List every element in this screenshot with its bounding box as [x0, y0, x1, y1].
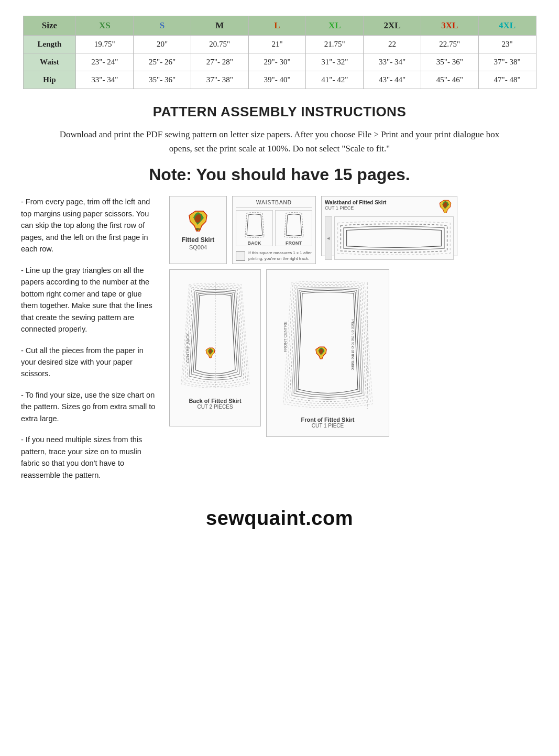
hip-4xl: 47"- 48"	[478, 71, 536, 89]
front-title: Front of Fitted Skirt	[301, 417, 354, 423]
row-label-length: Length	[23, 36, 76, 53]
pattern-cover-page: qu Fitted Skirt SQ004	[169, 196, 227, 264]
pattern-row-top: qu Fitted Skirt SQ004 WAISTBAND	[169, 196, 538, 264]
waistband-front-label: FRONT	[286, 240, 302, 246]
square-measure-text: If this square measures 1 x 1 after prin…	[248, 250, 312, 261]
row-label-hip: Hip	[23, 71, 76, 89]
wf-body: ◀	[325, 216, 454, 260]
wf-header: Waistband of Fitted Skirt CUT 1 PIECE	[325, 200, 454, 214]
waist-xs: 23"- 24"	[76, 53, 134, 71]
front-cut: CUT 1 PIECE	[312, 423, 344, 429]
main-content: - From every page, trim off the left and…	[21, 196, 538, 490]
size-2xl: 2XL	[364, 16, 421, 36]
hip-2xl: 43"- 44"	[364, 71, 421, 89]
back-pattern-shape	[244, 211, 265, 239]
front-pattern-shape	[283, 211, 304, 239]
back-cut: CUT 2 PIECES	[197, 404, 233, 410]
size-table: Size XS S M L XL 2XL 3XL 4XL Length 19.7…	[23, 16, 536, 89]
cover-code: SQ004	[189, 244, 207, 250]
size-4xl: 4XL	[478, 16, 536, 36]
waistband-back-label: BACK	[248, 240, 261, 246]
cover-title: Fitted Skirt	[182, 236, 215, 245]
length-l: 21"	[248, 36, 306, 53]
waistband-label: WAISTBAND	[236, 200, 312, 208]
pattern-images-column: qu Fitted Skirt SQ004 WAISTBAND	[169, 196, 538, 437]
footer-website: sewquaint.com	[21, 507, 538, 530]
wf-title: Waistband of Fitted Skirt	[325, 200, 386, 205]
waistband-cols: BACK FRONT	[236, 210, 312, 246]
centre-front-label: FRONT CENTRE	[283, 321, 288, 352]
instructions-column: - From every page, trim off the left and…	[21, 196, 160, 490]
table-row-waist: Waist 23"- 24" 25"- 26" 27"- 28" 29"- 30…	[23, 53, 536, 71]
pattern-row-bottom: CENTRE BACK	[169, 269, 538, 437]
size-table-section: Size XS S M L XL 2XL 3XL 4XL Length 19.7…	[23, 16, 536, 89]
length-s: 20"	[134, 36, 191, 53]
instruction-5: - If you need multiple sizes from this p…	[21, 434, 160, 481]
fold-label: Place on the fold of the fabric	[350, 311, 355, 379]
size-xl: XL	[306, 16, 364, 36]
table-row-hip: Hip 33"- 34" 35"- 36" 37"- 38" 39"- 40" …	[23, 71, 536, 89]
table-row-length: Length 19.75" 20" 20.75" 21" 21.75" 22 2…	[23, 36, 536, 53]
size-3xl: 3XL	[421, 16, 478, 36]
size-m: M	[191, 16, 248, 36]
waistband-fitted-svg	[335, 217, 453, 259]
waist-3xl: 35"- 36"	[421, 53, 478, 71]
size-l: L	[248, 16, 306, 36]
waist-xl: 31"- 32"	[306, 53, 364, 71]
assembly-description: Download and print the PDF sewing patter…	[54, 127, 505, 156]
length-m: 20.75"	[191, 36, 248, 53]
centre-back-label: CENTRE BACK	[185, 333, 190, 363]
length-xs: 19.75"	[76, 36, 134, 53]
length-xl: 21.75"	[306, 36, 364, 53]
pattern-back-page: CENTRE BACK	[169, 269, 261, 426]
pattern-front-page: Place on the fold of the fabric FRONT CE…	[266, 269, 389, 437]
waist-s: 25"- 26"	[134, 53, 191, 71]
length-4xl: 23"	[478, 36, 536, 53]
length-3xl: 22.75"	[421, 36, 478, 53]
hip-l: 39"- 40"	[248, 71, 306, 89]
instruction-4: - To find your size, use the size chart …	[21, 389, 160, 424]
wf-right-area	[334, 216, 454, 260]
hip-3xl: 45"- 46"	[421, 71, 478, 89]
svg-text:qu: qu	[196, 227, 201, 231]
row-label-waist: Waist	[23, 53, 76, 71]
hip-xl: 41"- 42"	[306, 71, 364, 89]
length-2xl: 22	[364, 36, 421, 53]
wf-left-stripe: ◀	[325, 216, 332, 260]
waistband-front-col: FRONT	[275, 210, 312, 246]
front-skirt-svg	[281, 278, 375, 414]
waist-4xl: 37"- 38"	[478, 53, 536, 71]
note-pages: Note: You should have 15 pages.	[21, 165, 538, 184]
pattern-waistband-page: WAISTBAND BACK	[232, 196, 316, 264]
waist-l: 29"- 30"	[248, 53, 306, 71]
instruction-2: - Line up the gray triangles on all the …	[21, 265, 160, 335]
instruction-3: - Cut all the pieces from the paper in y…	[21, 345, 160, 380]
hip-m: 37"- 38"	[191, 71, 248, 89]
back-title: Back of Fitted Skirt	[189, 398, 241, 404]
assembly-title: PATTERN ASSEMBLY INSTRUCTIONS	[21, 104, 538, 120]
hip-s: 35"- 36"	[134, 71, 191, 89]
waist-2xl: 33"- 34"	[364, 53, 421, 71]
wf-logo-icon	[437, 200, 454, 214]
size-s: S	[134, 16, 191, 36]
cover-logo-icon: qu	[185, 210, 211, 233]
instruction-1: - From every page, trim off the left and…	[21, 196, 160, 255]
size-xs: XS	[76, 16, 134, 36]
wf-cut: CUT 1 PIECE	[325, 205, 386, 211]
pattern-waistband-fitted-page: Waistband of Fitted Skirt CUT 1 PIECE ◀	[321, 196, 457, 256]
waist-m: 27"- 28"	[191, 53, 248, 71]
size-header: Size	[23, 16, 76, 36]
hip-xs: 33"- 34"	[76, 71, 134, 89]
waistband-back-col: BACK	[236, 210, 273, 246]
